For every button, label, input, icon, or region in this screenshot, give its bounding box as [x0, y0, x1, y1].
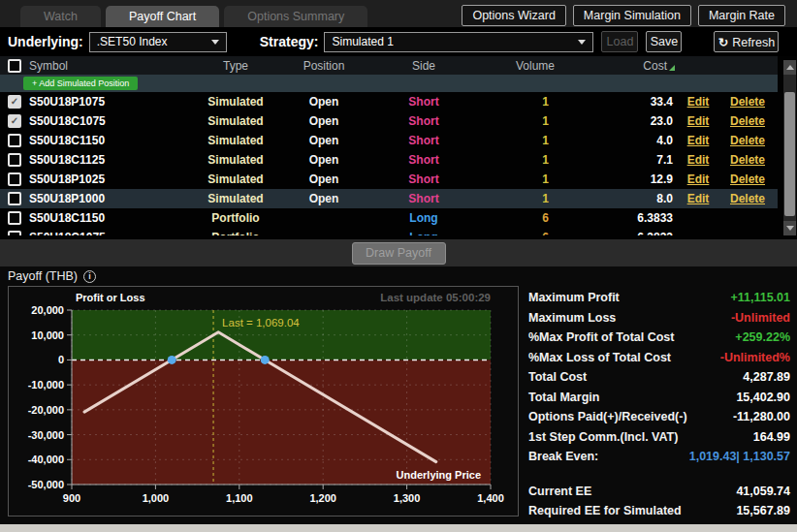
scroll-down-button[interactable] [783, 221, 796, 235]
save-button[interactable]: Save [646, 31, 682, 52]
header-cost-label: Cost [643, 59, 667, 73]
table-row[interactable]: ✓ S50U18C1075 Simulated Open Short 1 23.… [0, 111, 778, 131]
info-icon[interactable]: i [83, 270, 96, 283]
edit-link[interactable]: Edit [687, 153, 710, 167]
position-cell: Open [277, 172, 370, 186]
cost-cell: 8.0 [555, 192, 677, 205]
delete-link[interactable]: Delete [730, 153, 765, 167]
table-row[interactable]: ✓ S50U18C1150 Simulated Open Short 1 4.0… [0, 131, 778, 150]
header-symbol[interactable]: Symbol [27, 59, 194, 73]
margin-rate-button[interactable]: Margin Rate [698, 5, 785, 26]
checkmark-icon: ✓ [11, 116, 18, 126]
position-cell: Open [277, 95, 370, 109]
tab-payoff-chart[interactable]: Payoff Chart [106, 6, 219, 27]
strategy-toolbar: Underlying: .SET50 Index Strategy: Simul… [0, 27, 797, 56]
chevron-down-icon [578, 40, 586, 45]
table-row[interactable]: ✓ S50U18C1075 Portfolio Long 6 6.3833 Ed… [0, 228, 778, 235]
payoff-section-header: Payoff (THB) i [0, 266, 797, 286]
svg-text:-40,000: -40,000 [28, 454, 64, 465]
header-volume[interactable]: Volume [477, 59, 555, 73]
tab-options-summary[interactable]: Options Summary [224, 6, 367, 27]
header-position[interactable]: Position [277, 59, 370, 73]
stat-value: +11,115.01 [730, 291, 790, 304]
volume-cell: 6 [477, 231, 555, 235]
scroll-up-button[interactable] [783, 60, 796, 75]
stat-value: 41,059.74 [736, 485, 790, 498]
svg-text:1,300: 1,300 [394, 492, 421, 504]
side-cell: Long [370, 231, 477, 235]
tab-watch[interactable]: Watch [20, 6, 101, 27]
scrollbar-thumb[interactable] [784, 92, 795, 216]
draw-payoff-bar: Draw Payoff [0, 239, 797, 266]
options-wizard-button[interactable]: Options Wizard [462, 5, 565, 26]
row-checkbox[interactable]: ✓ [8, 172, 21, 186]
delete-link[interactable]: Delete [730, 134, 765, 147]
refresh-button-label: Refresh [732, 36, 775, 49]
delete-link[interactable]: Delete [730, 114, 765, 128]
position-cell: Open [277, 153, 370, 167]
stat-value: 15,402.90 [736, 391, 790, 404]
table-row[interactable]: ✓ S50U18P1075 Simulated Open Short 1 33.… [0, 92, 778, 111]
row-checkbox[interactable]: ✓ [8, 211, 21, 225]
symbol-cell: S50U18P1000 [27, 192, 194, 205]
header-cost[interactable]: Cost [555, 59, 677, 73]
delete-link[interactable]: Delete [730, 172, 765, 186]
table-row[interactable]: ✓ S50U18C1125 Simulated Open Short 1 7.1… [0, 150, 778, 170]
refresh-button[interactable]: ↻Refresh [714, 31, 779, 52]
delete-link[interactable]: Delete [730, 95, 765, 109]
row-checkbox[interactable]: ✓ [8, 134, 21, 147]
type-cell: Simulated [194, 172, 277, 186]
type-cell: Simulated [194, 134, 277, 147]
row-checkbox[interactable]: ✓ [8, 192, 21, 205]
svg-text:Profit or Loss: Profit or Loss [76, 292, 145, 303]
stat-value: -11,280.00 [733, 410, 790, 423]
margin-simulation-button[interactable]: Margin Simulation [573, 5, 691, 26]
row-checkbox[interactable]: ✓ [8, 95, 21, 109]
draw-payoff-button[interactable]: Draw Payoff [352, 242, 446, 265]
cost-cell: 33.4 [555, 95, 677, 109]
stat-row: Required EE for Simulated 15,567.89 [528, 501, 790, 521]
side-cell: Long [370, 211, 477, 225]
side-cell: Short [370, 95, 477, 109]
stats-main-group: Maximum Profit +11,115.01 Maximum Loss -… [528, 288, 790, 467]
table-row[interactable]: ✓ S50U18C1150 Portfolio Long 6 6.3833 Ed… [0, 208, 778, 228]
stat-label: Break Even: [528, 450, 598, 463]
stat-label: Options Paid(+)/Received(-) [528, 410, 687, 423]
stat-label: 1st Step Comm.(Incl. VAT) [528, 430, 678, 444]
svg-text:Last = 1,069.04: Last = 1,069.04 [222, 317, 300, 329]
stat-row: Maximum Loss -Unlimited [528, 308, 790, 329]
add-simulated-position-button[interactable]: + Add Simulated Position [23, 77, 138, 90]
stat-label: Maximum Profit [528, 291, 620, 304]
stat-value: 4,287.89 [743, 370, 790, 384]
stats-panel: Maximum Profit +11,115.01 Maximum Loss -… [528, 286, 790, 521]
table-row[interactable]: ✓ S50U18P1000 Simulated Open Short 1 8.0… [0, 189, 778, 208]
cost-cell: 7.1 [555, 153, 677, 167]
row-checkbox[interactable]: ✓ [8, 153, 21, 167]
header-type[interactable]: Type [194, 59, 277, 73]
edit-link[interactable]: Edit [687, 192, 710, 205]
stat-row: 1st Step Comm.(Incl. VAT) 164.99 [528, 427, 790, 448]
edit-link[interactable]: Edit [687, 172, 710, 186]
select-all-checkbox[interactable]: ✓ [8, 59, 21, 73]
volume-cell: 1 [477, 95, 555, 109]
edit-link[interactable]: Edit [687, 95, 710, 109]
table-row[interactable]: ✓ S50U18P1025 Simulated Open Short 1 12.… [0, 170, 778, 189]
underlying-select[interactable]: .SET50 Index [89, 32, 227, 52]
cost-cell: 23.0 [555, 114, 677, 128]
table-scrollbar[interactable] [783, 60, 796, 235]
edit-link[interactable]: Edit [687, 134, 710, 147]
header-side[interactable]: Side [370, 59, 477, 73]
svg-text:1,100: 1,100 [226, 492, 253, 504]
load-button[interactable]: Load [601, 31, 638, 52]
row-checkbox[interactable]: ✓ [8, 114, 21, 128]
edit-link[interactable]: Edit [687, 114, 710, 128]
position-cell: Open [277, 114, 370, 128]
side-cell: Short [370, 192, 477, 205]
trading-app-window: Watch Payoff Chart Options Summary Optio… [0, 0, 797, 521]
row-checkbox[interactable]: ✓ [8, 231, 21, 235]
stat-label: Total Margin [528, 391, 599, 404]
strategy-select[interactable]: Simulated 1 [324, 32, 593, 52]
symbol-cell: S50U18C1125 [27, 153, 194, 167]
svg-text:1,000: 1,000 [143, 492, 170, 504]
delete-link[interactable]: Delete [730, 192, 765, 205]
